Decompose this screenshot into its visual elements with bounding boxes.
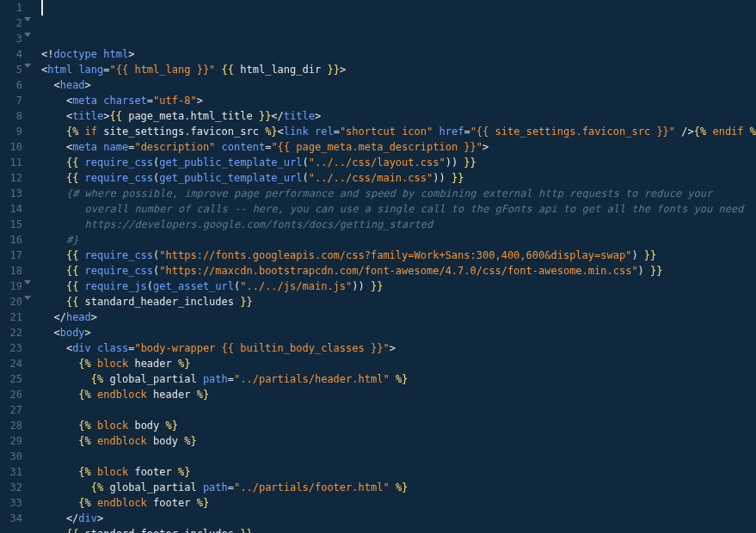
code-line[interactable]: </head> bbox=[41, 309, 756, 325]
token-pun bbox=[190, 497, 196, 509]
line-number[interactable]: 10 bbox=[0, 139, 22, 155]
code-line[interactable]: {{ require_css(get_public_template_url("… bbox=[41, 170, 756, 186]
code-line[interactable]: {% block footer %} bbox=[41, 464, 756, 480]
token-js: {{ bbox=[66, 249, 78, 261]
token-attr: rel bbox=[315, 126, 334, 138]
code-line[interactable]: {% global_partial path="../partials/head… bbox=[41, 371, 756, 387]
token-pun: = bbox=[103, 64, 109, 76]
code-line[interactable]: <meta charset="utf-8"> bbox=[41, 93, 756, 108]
line-number[interactable]: 2 bbox=[0, 15, 22, 31]
token-js: }} bbox=[464, 156, 476, 168]
token-pun bbox=[78, 172, 84, 184]
token-kw: endblock bbox=[97, 497, 147, 509]
token-pun: = bbox=[147, 95, 153, 107]
code-line[interactable]: {{ require_css("https://maxcdn.bootstrap… bbox=[41, 263, 756, 279]
token-tag: require_css bbox=[85, 156, 153, 168]
fold-chevron-icon[interactable] bbox=[24, 33, 31, 37]
line-number[interactable]: 33 bbox=[0, 495, 22, 511]
fold-chevron-icon[interactable] bbox=[24, 296, 31, 300]
code-line[interactable]: <body> bbox=[41, 325, 756, 340]
code-line[interactable]: <title>{{ page_meta.html_title }}</title… bbox=[41, 108, 756, 124]
line-number[interactable]: 19 bbox=[0, 279, 22, 294]
code-line[interactable]: {% endblock header %} bbox=[41, 387, 756, 402]
line-number[interactable]: 22 bbox=[0, 325, 22, 340]
code-line[interactable]: <meta name="description" content="{{ pag… bbox=[41, 139, 756, 155]
code-line[interactable]: {% block header %} bbox=[41, 356, 756, 371]
line-number[interactable]: 21 bbox=[0, 309, 22, 325]
code-line[interactable]: {% endblock footer %} bbox=[41, 495, 756, 511]
code-line[interactable]: <html lang="{{ html_lang }}" {{ html_lan… bbox=[41, 62, 756, 77]
line-number[interactable]: 16 bbox=[0, 232, 22, 248]
code-line[interactable] bbox=[41, 449, 756, 464]
line-number[interactable]: 31 bbox=[0, 464, 22, 480]
code-line[interactable]: {% global_partial path="../partials/foot… bbox=[41, 480, 756, 495]
line-number[interactable]: 32 bbox=[0, 480, 22, 495]
line-number[interactable]: 18 bbox=[0, 263, 22, 279]
line-number[interactable]: 34 bbox=[0, 511, 22, 526]
line-number-gutter[interactable]: 1234567891011121314151617181920212223242… bbox=[0, 0, 31, 533]
code-line[interactable]: #} bbox=[41, 232, 756, 248]
code-line[interactable]: {{ require_css(get_public_template_url("… bbox=[41, 155, 756, 170]
token-js: {% bbox=[694, 126, 706, 138]
token-pun: > bbox=[315, 110, 321, 122]
line-number[interactable]: 14 bbox=[0, 201, 22, 217]
token-pun bbox=[41, 528, 66, 533]
token-tag: meta bbox=[72, 141, 97, 153]
line-number[interactable]: 13 bbox=[0, 186, 22, 201]
code-line[interactable]: overall number of calls -- here, you can… bbox=[41, 201, 756, 217]
token-pun: <! bbox=[41, 48, 53, 60]
code-line[interactable]: <!doctype html> bbox=[41, 46, 756, 62]
code-line[interactable]: {# where possible, improve page performa… bbox=[41, 186, 756, 201]
line-number[interactable]: 9 bbox=[0, 124, 22, 139]
code-line[interactable]: {% endblock body %} bbox=[41, 433, 756, 449]
line-number[interactable]: 26 bbox=[0, 387, 22, 402]
token-pun bbox=[41, 249, 66, 261]
token-pun: > bbox=[482, 141, 489, 153]
line-number[interactable]: 29 bbox=[0, 433, 22, 449]
token-pun: > bbox=[390, 342, 396, 354]
line-number[interactable]: 5 bbox=[0, 62, 22, 77]
code-line[interactable]: {% if site_settings.favicon_src %}<link … bbox=[41, 124, 756, 139]
line-number[interactable]: 27 bbox=[0, 402, 22, 418]
token-pun: < bbox=[41, 342, 72, 354]
line-number[interactable]: 3 bbox=[0, 31, 22, 46]
token-pun bbox=[309, 126, 315, 138]
line-number[interactable]: 17 bbox=[0, 248, 22, 263]
code-line[interactable]: https://developers.google.com/fonts/docs… bbox=[41, 217, 756, 232]
fold-chevron-icon[interactable] bbox=[24, 280, 31, 285]
code-line[interactable]: </div> bbox=[41, 511, 756, 526]
code-line[interactable]: <div class="body-wrapper {{ builtin_body… bbox=[41, 340, 756, 356]
fold-chevron-icon[interactable] bbox=[24, 64, 31, 68]
code-line[interactable] bbox=[41, 402, 756, 418]
token-pun bbox=[744, 126, 750, 138]
code-editor[interactable]: 1234567891011121314151617181920212223242… bbox=[0, 0, 756, 533]
line-number[interactable]: 7 bbox=[0, 93, 22, 108]
line-number[interactable]: 15 bbox=[0, 217, 22, 232]
code-line[interactable]: {{ standard_footer_includes }} bbox=[41, 526, 756, 533]
line-number[interactable]: 24 bbox=[0, 356, 22, 371]
code-line[interactable]: {{ standard_header_includes }} bbox=[41, 294, 756, 309]
fold-chevron-icon[interactable] bbox=[24, 17, 31, 21]
token-var: standard_header_includes bbox=[85, 296, 234, 308]
token-pun: > bbox=[128, 48, 134, 60]
line-number[interactable]: 12 bbox=[0, 170, 22, 186]
token-js: }} bbox=[452, 172, 464, 184]
token-js: {% bbox=[78, 466, 90, 478]
token-js: {{ bbox=[109, 110, 121, 122]
line-number[interactable]: 23 bbox=[0, 340, 22, 356]
code-area[interactable]: <!doctype html><html lang="{{ html_lang … bbox=[31, 0, 756, 533]
code-line[interactable]: {{ require_css("https://fonts.googleapis… bbox=[41, 248, 756, 263]
code-line[interactable]: <head> bbox=[41, 77, 756, 93]
line-number[interactable]: 6 bbox=[0, 77, 22, 93]
code-line[interactable]: {{ require_js(get_asset_url("../../js/ma… bbox=[41, 279, 756, 294]
line-number[interactable]: 28 bbox=[0, 418, 22, 433]
code-line[interactable]: {% block body %} bbox=[41, 418, 756, 433]
line-number[interactable]: 25 bbox=[0, 371, 22, 387]
line-number[interactable]: 30 bbox=[0, 449, 22, 464]
token-str: "shortcut icon" bbox=[340, 126, 433, 138]
line-number[interactable]: 8 bbox=[0, 108, 22, 124]
line-number[interactable]: 4 bbox=[0, 46, 22, 62]
line-number[interactable]: 20 bbox=[0, 294, 22, 309]
line-number[interactable]: 1 bbox=[0, 0, 22, 15]
line-number[interactable]: 11 bbox=[0, 155, 22, 170]
